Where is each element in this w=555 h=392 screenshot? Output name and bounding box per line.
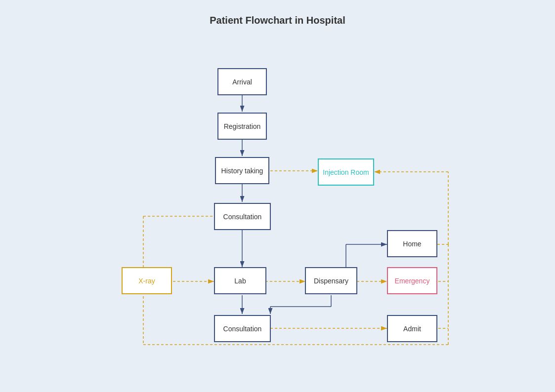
injection-room-node: Injection Room [318, 158, 374, 186]
consultation1-node: Consultation [214, 203, 271, 230]
arrival-node: Arrival [217, 68, 267, 95]
home-node: Home [387, 230, 437, 257]
consultation2-node: Consultation [214, 315, 271, 342]
history-node: History taking [215, 157, 269, 184]
registration-node: Registration [217, 113, 267, 140]
dispensary-node: Dispensary [305, 267, 357, 294]
admit-node: Admit [387, 315, 437, 342]
xray-node: X-ray [122, 267, 172, 294]
lab-node: Lab [214, 267, 266, 294]
emergency-node: Emergency [387, 267, 437, 294]
page-title: Patient Flowchart in Hospital [0, 0, 555, 31]
